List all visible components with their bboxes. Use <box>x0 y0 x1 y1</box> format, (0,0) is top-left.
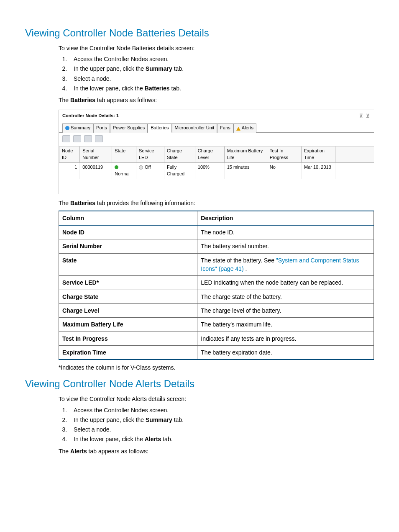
step: Select a node. <box>69 75 374 83</box>
cell: Fully Charged <box>164 162 195 178</box>
tab-power[interactable]: Power Supplies <box>110 123 148 133</box>
step: Access the Controller Nodes screen. <box>69 406 374 414</box>
after-steps-1: The Batteries tab appears as follows: <box>59 96 374 104</box>
col-service-led[interactable]: Service LED <box>136 146 164 162</box>
def-desc: The state of the battery. See "System an… <box>197 253 374 276</box>
heading-alerts: Viewing Controller Node Alerts Details <box>25 377 374 391</box>
def-col: Node ID <box>59 225 197 239</box>
step: Select a node. <box>69 425 374 434</box>
toolbar-icon[interactable] <box>62 135 70 142</box>
def-desc: LED indicating when the node battery can… <box>197 276 374 290</box>
definition-table: ColumnDescription Node IDThe node ID. Se… <box>59 211 374 360</box>
step: In the lower pane, click the Alerts tab. <box>69 435 374 443</box>
after-steps-2: The Alerts tab appears as follows: <box>59 447 374 455</box>
def-desc: The battery serial number. <box>197 239 374 253</box>
cell: 100% <box>195 162 224 178</box>
def-intro: The Batteries tab provides the following… <box>59 199 374 207</box>
step: Access the Controller Nodes screen. <box>69 55 374 63</box>
def-header: Description <box>197 211 374 225</box>
cell: Normal <box>112 162 136 178</box>
def-col: Serial Number <box>59 239 197 253</box>
cell: 00000119 <box>80 162 112 178</box>
step: In the lower pane, click the Batteries t… <box>69 84 374 93</box>
def-col: Expiration Time <box>59 345 197 360</box>
toolbar-icon[interactable] <box>95 135 103 142</box>
cell: No <box>267 162 301 178</box>
col-test[interactable]: Test In Progress <box>267 146 301 162</box>
steps-list-1: Access the Controller Nodes screen. In t… <box>59 55 374 93</box>
def-col: State <box>59 253 197 276</box>
alert-icon <box>236 126 240 130</box>
tab-alerts[interactable]: Alerts <box>233 123 256 133</box>
status-dot-off-icon <box>139 165 143 170</box>
cell: Off <box>136 162 164 178</box>
collapse-down-icon[interactable]: ⊻ <box>366 113 371 119</box>
info-icon <box>65 126 69 130</box>
col-charge-level[interactable]: Charge Level <box>195 146 224 162</box>
def-desc: The charge state of the battery. <box>197 290 374 303</box>
step: In the upper pane, click the Summary tab… <box>69 64 374 73</box>
def-desc: The battery's maximum life. <box>197 318 374 332</box>
step: In the upper pane, click the Summary tab… <box>69 416 374 424</box>
cell: 1 <box>59 162 80 178</box>
tab-batteries[interactable]: Batteries <box>148 123 171 133</box>
cell: Mar 10, 2013 <box>301 162 335 178</box>
col-max-life[interactable]: Maximum Battery Life <box>224 146 267 162</box>
table-header-row: Node ID Serial Number State Service LED … <box>59 146 374 162</box>
def-col: Test In Progress <box>59 332 197 345</box>
def-col: Charge Level <box>59 303 197 317</box>
footnote: *Indicates the column is for V-Class sys… <box>59 363 374 372</box>
toolbar <box>59 132 374 146</box>
collapse-up-icon[interactable]: ⊼ <box>359 113 364 119</box>
cell: 15 minutes <box>224 162 267 178</box>
toolbar-icon[interactable] <box>84 135 92 142</box>
heading-batteries: Viewing Controller Node Batteries Detail… <box>25 26 374 41</box>
def-col: Service LED* <box>59 276 197 290</box>
panel-title: Controller Node Details: 1 <box>62 113 119 120</box>
toolbar-icon[interactable] <box>73 135 81 142</box>
def-header: Column <box>59 211 197 225</box>
def-col: Maximum Battery Life <box>59 318 197 332</box>
col-state[interactable]: State <box>112 146 136 162</box>
def-desc: The charge level of the battery. <box>197 303 374 317</box>
tab-ports[interactable]: Ports <box>93 123 110 133</box>
steps-list-2: Access the Controller Nodes screen. In t… <box>59 406 374 444</box>
intro-2: To view the Controller Node Alerts detai… <box>59 395 374 403</box>
def-desc: The node ID. <box>197 225 374 239</box>
table-row[interactable]: 1 00000119 Normal Off Fully Charged 100%… <box>59 162 374 178</box>
col-charge-state[interactable]: Charge State <box>164 146 195 162</box>
screenshot-panel: Controller Node Details: 1 ⊼ ⊻ Summary P… <box>59 110 374 194</box>
tab-summary[interactable]: Summary <box>62 123 93 133</box>
intro-1: To view the Controller Node Batteries de… <box>59 44 374 52</box>
def-col: Charge State <box>59 290 197 303</box>
def-desc: The battery expiration date. <box>197 345 374 360</box>
col-node-id[interactable]: Node ID <box>59 146 80 162</box>
batteries-grid: Node ID Serial Number State Service LED … <box>59 146 374 179</box>
col-serial[interactable]: Serial Number <box>80 146 112 162</box>
tab-fans[interactable]: Fans <box>217 123 233 133</box>
tab-mcu[interactable]: Microcontroller Unit <box>172 123 217 133</box>
def-desc: Indicates if any tests are in progress. <box>197 332 374 345</box>
status-dot-green-icon <box>115 165 118 169</box>
col-exp[interactable]: Expiration Time <box>301 146 335 162</box>
